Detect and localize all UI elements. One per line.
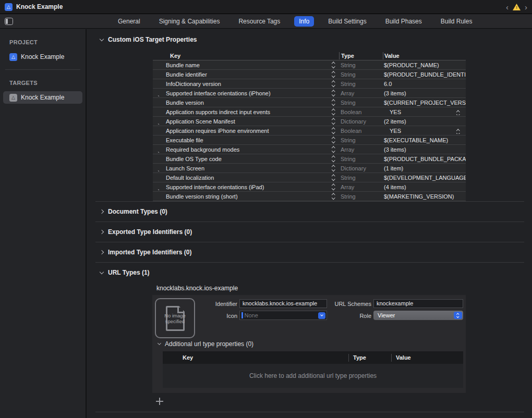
forward-chevron-icon[interactable]: › [524, 3, 528, 11]
role-popup[interactable]: Viewer [373, 311, 463, 320]
section-imported-type-identifiers[interactable]: Imported Type Identifiers (0) [100, 248, 532, 256]
chevron-right-icon [100, 210, 104, 214]
sidebar-item-project-knock-example[interactable]: △Knock Example [3, 51, 82, 63]
tab-build-phases[interactable]: Build Phases [381, 16, 427, 27]
warning-icon[interactable]: ! [513, 4, 521, 10]
section-title: Imported Type Identifiers (0) [108, 249, 191, 256]
column-value: Value [383, 52, 466, 59]
sidebar-toggle-icon[interactable] [5, 18, 13, 25]
property-value: (3 items) [384, 90, 406, 96]
xcode-project-icon: △ [5, 3, 13, 11]
sidebar-item-targets-knock-example[interactable]: △Knock Example [3, 91, 82, 104]
chevron-down-icon [100, 269, 104, 274]
key-stepper-icon[interactable] [332, 100, 335, 105]
table-row-bundle-version[interactable]: Bundle versionString$(CURRENT_PROJECT_VE… [153, 98, 466, 107]
property-value: $(PRODUCT_BUNDLE_IDENTIFIER) [384, 71, 466, 78]
table-row-bundle-version-string-short[interactable]: Bundle version string (short)String$(MAR… [153, 192, 466, 201]
value-stepper-icon[interactable] [457, 111, 460, 115]
table-row-launch-screen[interactable]: Launch ScreenDictionary(1 item) [153, 164, 466, 173]
table-row-supported-interface-orientations-ipad[interactable]: Supported interface orientations (iPad)A… [153, 182, 466, 192]
property-type: Boolean [339, 128, 383, 134]
key-stepper-icon[interactable] [332, 185, 335, 189]
chevron-right-icon[interactable] [157, 150, 160, 153]
property-value-cell[interactable]: (3 items) [383, 90, 466, 96]
tab-general[interactable]: General [113, 16, 145, 27]
property-value-cell[interactable]: YES [383, 109, 466, 115]
table-row-bundle-name[interactable]: Bundle nameString$(PRODUCT_NAME) [153, 60, 466, 70]
property-value-cell[interactable]: (4 items) [383, 184, 466, 190]
key-stepper-icon[interactable] [332, 156, 335, 161]
editor-tabbar: GeneralSigning & CapabilitiesResource Ta… [0, 14, 532, 29]
table-row-application-scene-manifest[interactable]: Application Scene ManifestDictionary(2 i… [153, 117, 466, 126]
property-value-cell[interactable]: $(EXECUTABLE_NAME) [383, 137, 466, 143]
property-type: String [339, 156, 383, 162]
section-exported-type-identifiers[interactable]: Exported Type Identifiers (0) [100, 228, 532, 236]
tab-build-settings[interactable]: Build Settings [323, 16, 371, 27]
table-row-application-requires-iphone-environment[interactable]: Application requires iPhone environmentB… [153, 126, 466, 136]
window-titlebar: △ Knock Example ‹ ! › [0, 0, 532, 14]
property-value-cell[interactable]: $(PRODUCT_BUNDLE_IDENTIFIER) [383, 71, 466, 78]
key-stepper-icon[interactable] [332, 81, 335, 86]
chevron-right-icon[interactable] [157, 121, 160, 125]
table-row-infodictionary-version[interactable]: InfoDictionary versionString6.0 [153, 79, 466, 89]
key-stepper-icon[interactable] [332, 119, 335, 124]
table-row-default-localization[interactable]: Default localizationString$(DEVELOPMENT_… [153, 173, 466, 182]
chevron-right-icon[interactable] [157, 168, 160, 171]
property-value-cell[interactable]: (3 items) [383, 146, 466, 153]
table-row-application-supports-indirect-input-events[interactable]: Application supports indirect input even… [153, 107, 466, 117]
property-key: Bundle OS Type code [166, 156, 222, 162]
identifier-field[interactable]: knocklabs.knock.ios-example [239, 299, 327, 308]
section-custom-ios-properties[interactable]: Custom iOS Target Properties [100, 35, 532, 44]
additional-properties-disclosure[interactable]: Additional url type properties (0) [158, 340, 253, 348]
property-key: Bundle name [166, 62, 200, 68]
key-stepper-icon[interactable] [332, 63, 335, 67]
key-stepper-icon[interactable] [332, 109, 335, 114]
chevron-right-icon[interactable] [157, 93, 160, 96]
identifier-label: Identifier [185, 301, 237, 307]
property-value-cell[interactable]: (1 item) [383, 165, 466, 171]
key-stepper-icon[interactable] [332, 91, 335, 95]
additional-table-empty-row[interactable]: Click here to add additional url type pr… [163, 364, 463, 388]
add-url-type-button[interactable] [156, 398, 163, 405]
property-type: Dictionary [339, 118, 383, 125]
url-schemes-field[interactable]: knockexample [373, 299, 463, 308]
key-stepper-icon[interactable] [332, 128, 335, 133]
chevron-down-icon [158, 341, 161, 345]
tab-build-rules[interactable]: Build Rules [436, 16, 477, 27]
tab-info[interactable]: Info [294, 16, 314, 27]
back-chevron-icon[interactable]: ‹ [505, 3, 509, 11]
tab-signing-capabilities[interactable]: Signing & Capabilities [154, 16, 225, 27]
property-value-cell[interactable]: $(DEVELOPMENT_LANGUAGE) [383, 175, 466, 181]
value-stepper-icon[interactable] [457, 130, 460, 134]
table-row-supported-interface-orientations-iphone[interactable]: Supported interface orientations (iPhone… [153, 89, 466, 98]
property-type: Dictionary [339, 165, 383, 171]
key-stepper-icon[interactable] [332, 175, 335, 180]
key-stepper-icon[interactable] [332, 72, 335, 77]
property-key: Supported interface orientations (iPhone… [166, 90, 271, 96]
property-value: 6.0 [384, 81, 392, 87]
key-stepper-icon[interactable] [332, 194, 335, 199]
property-value-cell[interactable]: $(PRODUCT_NAME) [383, 62, 466, 68]
property-value: $(DEVELOPMENT_LANGUAGE) [384, 175, 466, 181]
sidebar-item-label: Knock Example [21, 94, 64, 101]
chevron-right-icon[interactable] [157, 187, 160, 190]
key-stepper-icon[interactable] [332, 166, 335, 170]
tab-resource-tags[interactable]: Resource Tags [234, 16, 285, 27]
icon-combobox[interactable]: None [239, 311, 327, 320]
property-value-cell[interactable]: 6.0 [383, 81, 466, 87]
property-value-cell[interactable]: $(PRODUCT_BUNDLE_PACKAGE_TYPE) [383, 156, 466, 162]
chevron-right-icon [100, 250, 104, 254]
property-value: $(CURRENT_PROJECT_VERSION) [384, 100, 466, 106]
property-value-cell[interactable]: $(MARKETING_VERSION) [383, 193, 466, 200]
property-value-cell[interactable]: $(CURRENT_PROJECT_VERSION) [383, 100, 466, 106]
property-value-cell[interactable]: (2 items) [383, 118, 466, 125]
section-url-types[interactable]: URL Types (1) [100, 268, 532, 277]
key-stepper-icon[interactable] [332, 138, 335, 142]
section-document-types[interactable]: Document Types (0) [100, 207, 532, 216]
table-row-bundle-os-type-code[interactable]: Bundle OS Type codeString$(PRODUCT_BUNDL… [153, 154, 466, 164]
property-value-cell[interactable]: YES [383, 128, 466, 134]
key-stepper-icon[interactable] [332, 147, 335, 152]
table-row-required-background-modes[interactable]: Required background modesArray(3 items) [153, 145, 466, 154]
table-row-executable-file[interactable]: Executable fileString$(EXECUTABLE_NAME) [153, 136, 466, 145]
table-row-bundle-identifier[interactable]: Bundle identifierString$(PRODUCT_BUNDLE_… [153, 70, 466, 79]
